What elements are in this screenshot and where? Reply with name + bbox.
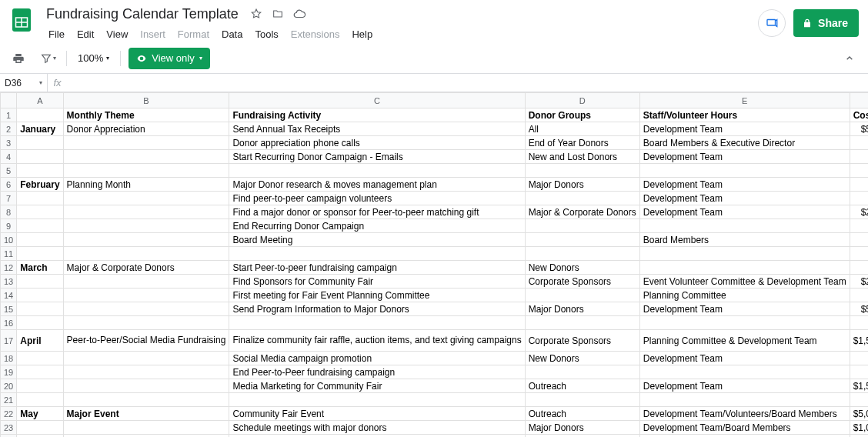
cell[interactable] [63,289,229,302]
cell[interactable] [63,379,229,393]
sheets-logo[interactable] [6,5,37,35]
cell[interactable] [63,192,229,205]
cell[interactable]: Major & Corporate Donors [525,205,639,219]
cell[interactable]: Corporate Sponsors [525,275,639,289]
cell[interactable] [17,219,63,233]
cell[interactable] [639,393,850,407]
cell[interactable] [639,164,850,178]
cell[interactable] [17,421,63,435]
cell[interactable] [63,219,229,233]
cell[interactable]: January [17,122,63,136]
menu-edit[interactable]: Edit [72,26,99,42]
cell[interactable]: Schedule meetings with major donors [229,421,525,435]
column-header[interactable]: C [229,93,525,108]
cell[interactable] [17,379,63,393]
cell[interactable]: $1,000.00 [850,421,868,435]
cell[interactable]: Planning Month [63,178,229,192]
cell[interactable]: Development Team [639,352,850,365]
cell[interactable] [17,365,63,379]
cell[interactable] [17,108,63,122]
cell[interactable] [63,421,229,435]
name-box-input[interactable] [5,78,39,88]
cell[interactable]: Development Team [639,150,850,164]
cell[interactable] [17,352,63,365]
cell[interactable]: February [17,178,63,192]
column-header[interactable]: E [639,93,850,108]
cell[interactable] [63,352,229,365]
cell[interactable]: Finalize community fair raffle, auction … [229,330,525,352]
move-icon[interactable] [271,7,285,21]
cell[interactable] [17,150,63,164]
cell[interactable] [63,164,229,178]
cell[interactable] [639,261,850,275]
cell[interactable]: New and Lost Donors [525,150,639,164]
cell[interactable] [850,393,868,407]
row-header[interactable]: 11 [1,247,17,261]
cell[interactable]: Development Team/Board Members [639,421,850,435]
row-header[interactable]: 1 [1,108,17,122]
row-header[interactable]: 3 [1,136,17,150]
cell[interactable] [17,302,63,316]
present-button[interactable] [758,9,786,37]
cell[interactable] [17,164,63,178]
cell[interactable]: Development Team [639,379,850,393]
cell[interactable] [229,393,525,407]
cell[interactable] [17,192,63,205]
cell[interactable]: Development Team [639,178,850,192]
name-box[interactable]: ▾ [0,74,48,92]
cell[interactable]: All [525,122,639,136]
cell[interactable]: $5,000.00 [850,407,868,421]
cell[interactable] [850,365,868,379]
cell[interactable]: Planning Committee [639,289,850,302]
cell[interactable] [63,136,229,150]
cell[interactable] [525,393,639,407]
cell[interactable] [229,247,525,261]
cell[interactable]: April [17,330,63,352]
cell[interactable]: Peer-to-Peer/Social Media Fundraising [63,330,229,352]
row-header[interactable]: 19 [1,365,17,379]
select-all-corner[interactable] [1,93,17,108]
cell[interactable]: $1,500.00 [850,330,868,352]
cell[interactable] [17,275,63,289]
cell[interactable] [850,435,868,438]
cell[interactable] [17,435,63,438]
column-header[interactable]: B [63,93,229,108]
cell[interactable] [63,435,229,438]
row-header[interactable]: 14 [1,289,17,302]
cell[interactable]: Development Team [639,302,850,316]
row-header[interactable]: 7 [1,192,17,205]
cell[interactable]: May [17,407,63,421]
menu-view[interactable]: View [101,26,133,42]
cell[interactable]: Board Meeting [229,233,525,247]
cell[interactable] [850,178,868,192]
cell[interactable]: $1,500.00 [850,379,868,393]
cell[interactable] [850,316,868,330]
column-header[interactable]: D [525,93,639,108]
cell[interactable]: Major Donors [525,421,639,435]
cell[interactable] [525,219,639,233]
cell[interactable]: First meeting for Fair Event Planning Co… [229,289,525,302]
menu-tools[interactable]: Tools [249,26,283,42]
cell[interactable] [63,205,229,219]
cell[interactable] [17,289,63,302]
cell[interactable] [850,233,868,247]
cell[interactable] [63,302,229,316]
cell[interactable]: Planning Committee & Development Team [639,330,850,352]
row-header[interactable]: 22 [1,407,17,421]
cell[interactable]: $250.00 [850,205,868,219]
cell[interactable] [850,164,868,178]
cell[interactable]: End Recurring Donor Campaign [229,219,525,233]
menu-file[interactable]: File [43,26,70,42]
cell[interactable] [850,247,868,261]
cell[interactable]: Send Program Information to Major Donors [229,302,525,316]
cell[interactable]: Find Sponsors for Community Fair [229,275,525,289]
cell[interactable]: Development Team/Volunteers/Board Member… [639,407,850,421]
cell[interactable] [63,247,229,261]
row-header[interactable]: 16 [1,316,17,330]
cell[interactable]: Corporate Sponsors [525,330,639,352]
cell[interactable] [63,393,229,407]
cell[interactable] [63,365,229,379]
row-header[interactable]: 17 [1,330,17,352]
cell[interactable]: Outreach [525,379,639,393]
cell[interactable] [17,205,63,219]
